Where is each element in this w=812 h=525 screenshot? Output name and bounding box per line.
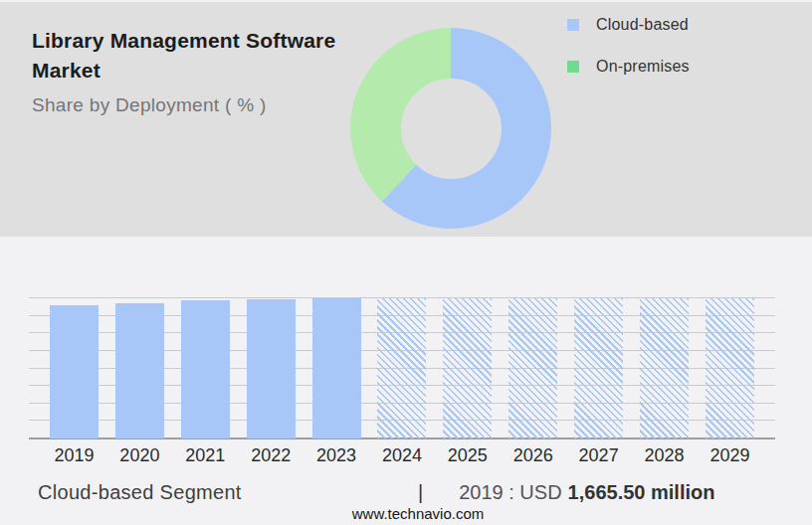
x-tick-label: 2019	[54, 445, 94, 466]
value-amount: 1,665.50 million	[568, 481, 715, 503]
bar-column-2019: 2019	[50, 298, 99, 438]
segment-value: |2019 : USD1,665.50 million	[418, 481, 714, 504]
forecast-bar-2027	[574, 298, 623, 438]
legend-label: On-premises	[596, 58, 690, 76]
bar-2022	[247, 299, 296, 438]
bar-chart: 2019202020212022202320242025202620272028…	[29, 298, 775, 438]
segment-label: Cloud-based Segment	[38, 481, 242, 504]
x-tick-label: 2029	[710, 445, 749, 466]
bar-2020	[115, 303, 164, 438]
header-section: Library Management Software Market Share…	[0, 0, 812, 237]
x-tick-label: 2025	[448, 445, 488, 466]
bar-column-2029: 2029	[706, 298, 754, 438]
bar-column-2028: 2028	[640, 298, 689, 438]
x-tick-label: 2028	[644, 445, 684, 466]
x-tick-label: 2024	[382, 445, 422, 466]
forecast-bar-2028	[640, 298, 689, 438]
donut-chart	[350, 28, 551, 229]
legend-item-on-premises: On-premises	[567, 61, 690, 73]
bar-column-2020: 2020	[115, 298, 164, 438]
bar-column-2027: 2027	[574, 298, 623, 438]
on-premises-swatch	[567, 61, 579, 73]
donut-hole	[401, 79, 502, 179]
title-block: Library Management Software Market Share…	[32, 26, 380, 116]
infographic: Library Management Software Market Share…	[0, 0, 812, 525]
bar-2019	[50, 305, 99, 439]
footer-divider: |	[418, 481, 423, 503]
chart-bars: 2019202020212022202320242025202620272028…	[29, 298, 775, 438]
value-prefix: 2019 : USD	[459, 481, 561, 503]
bar-column-2024: 2024	[377, 298, 426, 438]
bar-2021	[181, 300, 230, 438]
legend-item-cloud-based: Cloud-based	[567, 19, 690, 31]
forecast-bar-2025	[443, 298, 492, 438]
x-tick-label: 2020	[119, 445, 159, 466]
bar-column-2026: 2026	[508, 298, 557, 438]
bar-2023	[312, 298, 361, 438]
x-tick-label: 2021	[185, 445, 225, 466]
cloud-based-swatch	[567, 19, 579, 31]
legend-label: Cloud-based	[596, 16, 689, 34]
x-tick-label: 2027	[579, 445, 619, 466]
page-subtitle: Share by Deployment ( % )	[32, 94, 380, 116]
x-tick-label: 2026	[513, 445, 553, 466]
page-title: Library Management Software Market	[32, 26, 380, 86]
x-tick-label: 2023	[316, 445, 356, 466]
website-url: www.technavio.com	[12, 505, 812, 522]
bar-column-2022: 2022	[247, 298, 296, 438]
bar-column-2023: 2023	[312, 298, 361, 438]
forecast-bar-2024	[377, 298, 426, 438]
bar-column-2021: 2021	[181, 298, 230, 438]
x-tick-label: 2022	[251, 445, 291, 466]
legend: Cloud-based On-premises	[567, 19, 690, 102]
bar-column-2025: 2025	[443, 298, 492, 438]
forecast-bar-2026	[508, 298, 557, 438]
forecast-bar-2029	[706, 298, 754, 438]
bar-chart-section: 2019202020212022202320242025202620272028…	[0, 237, 812, 525]
